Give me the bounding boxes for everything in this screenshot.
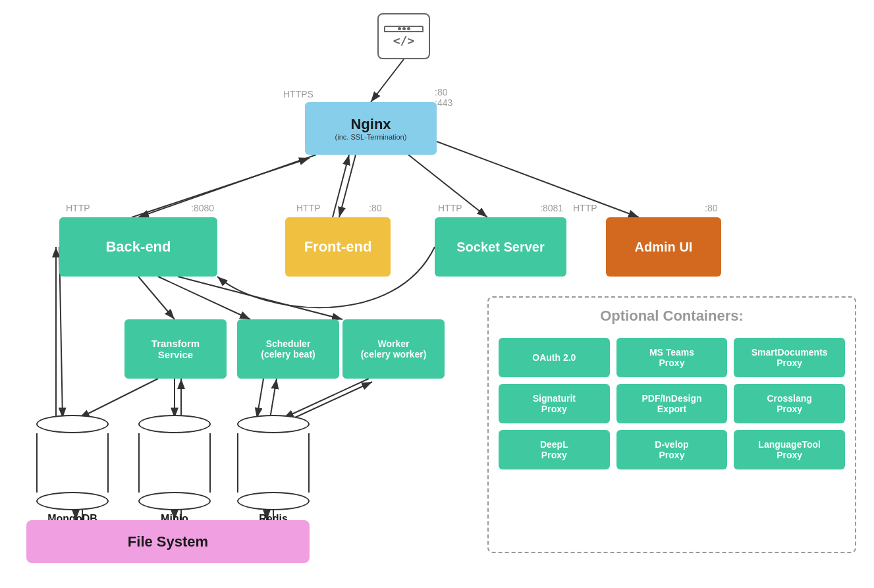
opt-pdfindesign: PDF/InDesignExport	[616, 384, 728, 423]
admin-label: Admin UI	[635, 240, 693, 255]
scheduler-box: Scheduler (celery beat)	[237, 319, 339, 379]
frontend-label: Front-end	[304, 238, 372, 255]
svg-line-11	[178, 277, 342, 319]
redis-cylinder: Redis :6379	[237, 415, 310, 535]
frontend-box: Front-end	[285, 217, 391, 277]
svg-line-3	[138, 155, 316, 217]
nginx-label: Nginx	[350, 116, 391, 133]
socket-port-label: :8081	[540, 203, 563, 213]
svg-line-5	[339, 155, 356, 217]
minio-cylinder: Minio :9000	[138, 415, 211, 535]
svg-line-12	[79, 379, 158, 418]
backend-box: Back-end	[59, 217, 217, 277]
worker-box: Worker (celery worker)	[342, 319, 445, 379]
backend-label: Back-end	[105, 238, 171, 255]
optional-containers-box: Optional Containers: OAuth 2.0 MS TeamsP…	[487, 296, 856, 553]
opt-dvelop: D-velopProxy	[616, 430, 728, 469]
worker-label: Worker (celery worker)	[361, 338, 427, 360]
svg-line-9	[138, 277, 175, 319]
transform-label: Transform Service	[151, 338, 200, 360]
svg-line-2	[371, 59, 404, 102]
svg-line-6	[333, 155, 349, 217]
nginx-sublabel: (inc. SSL-Termination)	[335, 133, 407, 141]
nginx-box: Nginx (inc. SSL-Termination)	[305, 102, 437, 155]
socket-box: Socket Server	[435, 217, 566, 277]
svg-line-4	[132, 158, 310, 217]
svg-line-17	[257, 379, 263, 418]
opt-crosslang: CrosslangProxy	[734, 384, 845, 423]
svg-line-10	[158, 277, 250, 319]
frontend-http-label: HTTP	[296, 203, 321, 213]
admin-port-label: :80	[705, 203, 717, 213]
filesystem-label: File System	[128, 533, 208, 550]
opt-deepl: DeepLProxy	[499, 430, 610, 469]
svg-line-19	[283, 379, 369, 418]
optional-grid: OAuth 2.0 MS TeamsProxy SmartDocumentsPr…	[489, 331, 855, 476]
https-label: HTTPS	[283, 89, 314, 99]
mongodb-cylinder: MongoDB :27017	[36, 415, 109, 535]
optional-title: Optional Containers:	[489, 298, 855, 331]
scheduler-label: Scheduler (celery beat)	[261, 338, 315, 360]
backend-port-label: :8080	[191, 203, 214, 213]
filesystem-box: File System	[26, 520, 310, 563]
transform-box: Transform Service	[124, 319, 227, 379]
backend-http-label: HTTP	[66, 203, 90, 213]
admin-box: Admin UI	[606, 217, 721, 277]
opt-msteams: MS TeamsProxy	[616, 338, 728, 377]
frontend-port-label: :80	[369, 203, 381, 213]
admin-http-label: HTTP	[573, 203, 597, 213]
socket-http-label: HTTP	[438, 203, 462, 213]
port-80-443-label: :80:443	[435, 87, 452, 108]
svg-line-18	[270, 379, 277, 418]
browser-bar	[384, 26, 423, 32]
opt-signaturit: SignaturitProxy	[499, 384, 610, 423]
browser-code-label: </>	[393, 34, 415, 47]
browser-icon: </>	[377, 13, 430, 59]
opt-languagetool: LanguageToolProxy	[734, 430, 845, 469]
diagram: </> HTTPS :80:443 Nginx (inc. SSL-Termin…	[0, 0, 874, 588]
socket-label: Socket Server	[456, 240, 544, 255]
opt-smartdocs: SmartDocumentsProxy	[734, 338, 845, 377]
opt-oauth: OAuth 2.0	[499, 338, 610, 377]
